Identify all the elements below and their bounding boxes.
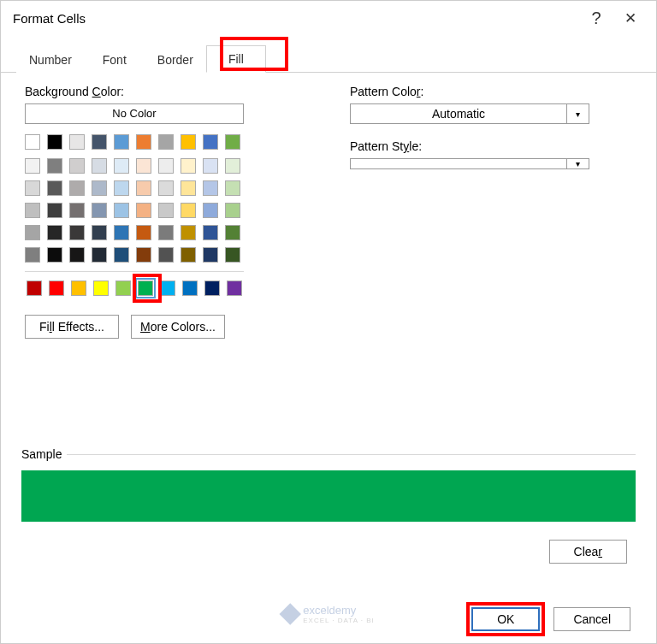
theme-color-swatch[interactable] (203, 134, 218, 150)
theme-color-swatch[interactable] (25, 158, 40, 174)
content-area: Background Color: No Color Fill Effects.… (1, 73, 656, 339)
theme-color-swatch[interactable] (136, 180, 151, 196)
theme-color-swatch[interactable] (225, 134, 240, 150)
theme-color-swatch[interactable] (114, 180, 129, 196)
sample-preview (21, 470, 636, 522)
theme-color-swatch[interactable] (136, 158, 151, 174)
theme-color-swatch[interactable] (25, 203, 40, 218)
theme-color-swatch[interactable] (181, 225, 196, 240)
theme-color-swatch[interactable] (203, 225, 218, 240)
theme-color-swatch[interactable] (136, 203, 151, 218)
theme-color-swatch[interactable] (114, 134, 129, 150)
color-buttons-row: Fill Effects... More Colors... (25, 315, 281, 339)
close-button[interactable]: ✕ (613, 4, 648, 32)
theme-color-swatch[interactable] (47, 158, 62, 174)
standard-color-swatch[interactable] (227, 281, 242, 296)
theme-color-swatch[interactable] (158, 225, 174, 240)
chevron-down-icon[interactable]: ▾ (566, 104, 589, 123)
clear-area: Clear (549, 540, 627, 564)
theme-color-swatch[interactable] (25, 247, 40, 263)
tab-fill[interactable]: Fill (206, 45, 266, 73)
titlebar: Format Cells ? ✕ (1, 1, 656, 35)
theme-color-swatch[interactable] (225, 158, 240, 174)
theme-color-swatch[interactable] (47, 247, 62, 263)
theme-color-swatch[interactable] (92, 158, 107, 174)
theme-color-swatch[interactable] (69, 158, 85, 174)
theme-color-swatch[interactable] (92, 247, 107, 263)
theme-color-swatch[interactable] (136, 134, 151, 150)
standard-color-swatch[interactable] (93, 281, 109, 296)
theme-color-swatch[interactable] (181, 180, 196, 196)
theme-color-swatch[interactable] (92, 225, 107, 240)
theme-color-swatch[interactable] (92, 203, 107, 218)
standard-color-swatch[interactable] (115, 281, 131, 296)
theme-color-swatch[interactable] (158, 180, 174, 196)
fill-effects-button[interactable]: Fill Effects... (25, 315, 119, 339)
background-color-section: Background Color: No Color Fill Effects.… (25, 85, 281, 339)
sample-label: Sample (21, 447, 67, 461)
theme-color-swatch[interactable] (114, 158, 129, 174)
standard-color-swatch[interactable] (138, 281, 153, 296)
standard-color-swatch[interactable] (182, 281, 198, 296)
tab-border[interactable]: Border (145, 46, 206, 73)
theme-color-swatch[interactable] (181, 203, 196, 218)
theme-color-swatch[interactable] (69, 134, 85, 150)
tab-number[interactable]: Number (16, 46, 85, 73)
theme-color-swatch[interactable] (114, 225, 129, 240)
pattern-color-select[interactable]: Automatic ▾ (350, 103, 589, 124)
theme-color-swatch[interactable] (92, 180, 107, 196)
pattern-section: Pattern Color: Automatic ▾ Pattern Style… (350, 85, 632, 339)
theme-color-swatch[interactable] (25, 225, 40, 240)
theme-color-swatch[interactable] (181, 247, 196, 263)
standard-color-swatch[interactable] (27, 281, 42, 296)
theme-color-swatch[interactable] (158, 158, 174, 174)
theme-color-header-row (25, 134, 281, 151)
theme-color-swatch[interactable] (181, 134, 196, 150)
standard-color-swatch[interactable] (49, 281, 64, 296)
theme-color-swatch[interactable] (92, 134, 107, 150)
theme-color-swatch[interactable] (136, 225, 151, 240)
clear-button[interactable]: Clear (549, 540, 627, 564)
theme-color-swatch[interactable] (47, 134, 62, 150)
tab-font[interactable]: Font (85, 46, 145, 73)
theme-color-swatch[interactable] (158, 247, 174, 263)
theme-color-swatch[interactable] (69, 203, 85, 218)
theme-color-swatch[interactable] (25, 134, 40, 150)
theme-color-swatch[interactable] (69, 225, 85, 240)
theme-color-swatch[interactable] (69, 180, 85, 196)
theme-color-swatch[interactable] (203, 180, 218, 196)
theme-color-swatch[interactable] (136, 247, 151, 263)
theme-color-swatch[interactable] (69, 247, 85, 263)
theme-color-swatch[interactable] (181, 158, 196, 174)
theme-color-swatch[interactable] (225, 247, 240, 263)
theme-color-swatch[interactable] (47, 203, 62, 218)
theme-color-swatch[interactable] (114, 203, 129, 218)
more-colors-button[interactable]: More Colors... (131, 315, 225, 339)
standard-color-swatch[interactable] (71, 281, 86, 296)
pattern-style-value (351, 159, 566, 168)
theme-color-grid (25, 158, 281, 264)
standard-color-swatch[interactable] (160, 281, 175, 296)
theme-color-swatch[interactable] (225, 180, 240, 196)
ok-button[interactable]: OK (471, 607, 540, 631)
theme-color-swatch[interactable] (225, 225, 240, 240)
background-color-label: Background Color: (25, 85, 281, 98)
theme-color-swatch[interactable] (225, 203, 240, 218)
help-button[interactable]: ? (579, 4, 613, 32)
theme-color-swatch[interactable] (203, 203, 218, 218)
theme-color-swatch[interactable] (47, 180, 62, 196)
theme-color-swatch[interactable] (203, 247, 218, 263)
theme-color-swatch[interactable] (158, 134, 174, 150)
theme-color-swatch[interactable] (114, 247, 129, 263)
theme-color-swatch[interactable] (47, 225, 62, 240)
chevron-down-icon[interactable]: ▾ (566, 159, 589, 168)
no-color-button[interactable]: No Color (25, 103, 244, 124)
theme-color-swatch[interactable] (203, 158, 218, 174)
cancel-button[interactable]: Cancel (553, 607, 630, 631)
footer-buttons: OK Cancel (1, 607, 656, 631)
theme-color-swatch[interactable] (25, 180, 40, 196)
pattern-color-value: Automatic (351, 104, 566, 123)
pattern-style-select[interactable]: ▾ (350, 158, 589, 169)
standard-color-swatch[interactable] (204, 281, 220, 296)
theme-color-swatch[interactable] (158, 203, 174, 218)
